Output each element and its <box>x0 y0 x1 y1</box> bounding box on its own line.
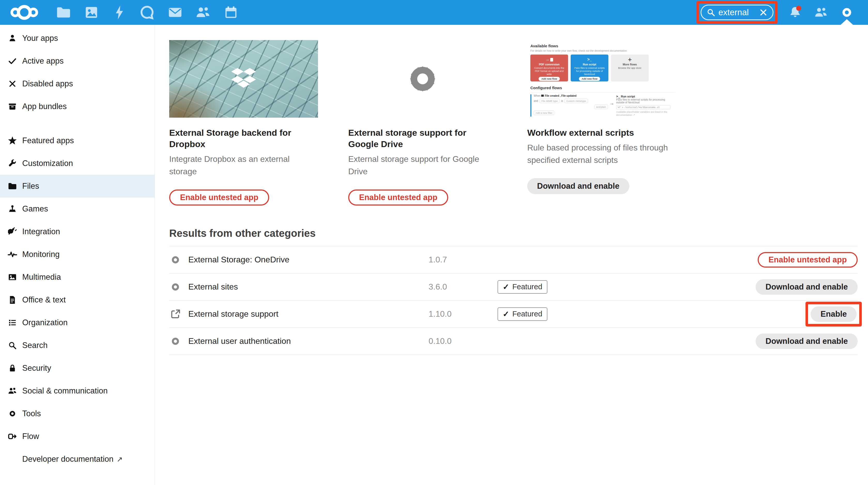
app-search-results: External Storage backend for Dropbox Int… <box>156 25 868 485</box>
mail-app-icon[interactable] <box>166 4 184 21</box>
enable-untested-app-button[interactable]: Enable untested app <box>169 190 269 205</box>
table-row-external-storage-support[interactable]: External storage support 1.10.0 ✓ Featur… <box>169 301 858 328</box>
sidebar-item-integration[interactable]: Integration <box>0 220 154 243</box>
talk-app-icon[interactable] <box>138 4 156 21</box>
sidebar-item-games[interactable]: Games <box>0 198 154 220</box>
results-section-title: Results from other categories <box>169 228 858 239</box>
photos-app-icon[interactable] <box>83 4 100 21</box>
table-row-external-sites[interactable]: External sites 3.6.0 ✓ Featured Download… <box>169 274 858 301</box>
terminal-icon: >_ <box>616 94 620 98</box>
app-name: External user authentication <box>188 336 429 346</box>
notifications-bell-icon[interactable] <box>787 4 803 21</box>
gear-icon <box>170 254 181 265</box>
lock-icon <box>8 364 17 373</box>
contacts-menu-icon[interactable] <box>813 4 829 21</box>
sidebar-item-monitoring[interactable]: Monitoring <box>0 243 154 266</box>
app-name: External storage support <box>188 309 429 319</box>
app-card-description: External storage support for Google Driv… <box>348 153 497 178</box>
app-version: 0.10.0 <box>429 336 498 346</box>
sidebar-item-tools[interactable]: Tools <box>0 402 154 425</box>
app-card-title[interactable]: External storage support for Google Driv… <box>348 127 497 150</box>
dropbox-logo-icon <box>231 68 256 90</box>
app-card-description: Integrate Dropbox as an external storage <box>169 153 318 178</box>
people-icon <box>8 386 17 396</box>
app-card-workflow-scripts: Available flows For details on how to wr… <box>527 40 676 205</box>
app-card-dropbox: External Storage backend for Dropbox Int… <box>169 40 318 205</box>
sidebar-item-disabled-apps[interactable]: Disabled apps <box>0 73 154 95</box>
featured-badge: ✓ Featured <box>498 280 548 294</box>
settings-gear-icon[interactable] <box>839 4 855 21</box>
archive-icon <box>8 102 17 111</box>
pulse-icon <box>8 250 17 259</box>
notification-dot <box>796 6 801 11</box>
unified-search-input[interactable]: external <box>701 5 773 20</box>
plug-icon <box>8 227 17 236</box>
sidebar-item-featured-apps[interactable]: Featured apps <box>0 129 154 152</box>
sidebar-item-security[interactable]: Security <box>0 357 154 379</box>
check-icon: ✓ <box>503 282 509 291</box>
app-version: 3.6.0 <box>429 282 498 292</box>
mini-flow-card-pdf: → PDF conversion Convert documents into … <box>530 55 568 81</box>
app-name: External sites <box>188 282 429 292</box>
files-app-icon[interactable] <box>55 4 72 21</box>
search-icon <box>8 341 17 350</box>
joystick-icon <box>8 204 17 213</box>
annotation-search-box: external <box>696 1 778 24</box>
document-icon <box>8 295 17 305</box>
app-cards: External Storage backend for Dropbox Int… <box>169 40 858 205</box>
close-icon <box>8 79 17 88</box>
list-icon <box>8 318 17 327</box>
sidebar-item-social-communication[interactable]: Social & communication <box>0 379 154 402</box>
nextcloud-logo[interactable] <box>9 3 40 22</box>
external-storage-icon <box>170 308 181 320</box>
check-icon <box>8 56 17 66</box>
plus-icon: + <box>613 57 647 62</box>
featured-badge: ✓ Featured <box>498 307 548 321</box>
sidebar-item-customization[interactable]: Customization <box>0 152 154 175</box>
wrench-icon <box>8 159 17 168</box>
external-link-icon: ↗ <box>117 455 122 463</box>
annotation-enable-button: Enable <box>805 302 862 326</box>
sidebar-item-app-bundles[interactable]: App bundles <box>0 95 154 118</box>
sidebar-item-your-apps[interactable]: Your apps <box>0 27 154 50</box>
app-version: 1.10.0 <box>429 309 498 319</box>
app-card-description: Rule based processing of files through s… <box>527 141 676 166</box>
sidebar-item-office-text[interactable]: Office & text <box>0 288 154 311</box>
default-app-gear-icon <box>348 40 497 118</box>
app-card-title[interactable]: External Storage backend for Dropbox <box>169 127 318 150</box>
gear-icon <box>170 336 181 347</box>
enable-button[interactable]: Enable <box>811 306 857 322</box>
activity-app-icon[interactable] <box>111 4 128 21</box>
contacts-app-icon[interactable] <box>194 4 212 21</box>
download-and-enable-button[interactable]: Download and enable <box>755 279 858 295</box>
app-name: External Storage: OneDrive <box>188 255 429 264</box>
app-card-title[interactable]: Workflow external scripts <box>527 127 676 138</box>
sidebar-item-search[interactable]: Search <box>0 334 154 357</box>
folder-icon <box>8 181 17 191</box>
sidebar-item-organization[interactable]: Organization <box>0 311 154 334</box>
download-and-enable-button[interactable]: Download and enable <box>755 334 858 349</box>
table-row-external-storage-onedrive[interactable]: External Storage: OneDrive 1.0.7 Enable … <box>169 246 858 274</box>
download-and-enable-button[interactable]: Download and enable <box>527 178 629 194</box>
sidebar-item-active-apps[interactable]: Active apps <box>0 50 154 73</box>
pdf-arrow-icon: → <box>532 57 566 62</box>
calendar-app-icon[interactable] <box>222 4 240 21</box>
table-row-external-user-authentication[interactable]: External user authentication 0.10.0 Down… <box>169 328 858 355</box>
mini-flow-card-script: >_ Run script Pass files to external scr… <box>571 55 609 81</box>
star-icon <box>8 136 17 145</box>
flow-icon <box>8 432 17 441</box>
sidebar-divider-gap <box>0 118 154 129</box>
enable-untested-app-button[interactable]: Enable untested app <box>348 190 448 205</box>
sidebar-item-files[interactable]: Files <box>0 175 154 198</box>
developer-documentation-link[interactable]: Developer documentation ↗ <box>0 451 154 467</box>
sidebar-item-flow[interactable]: Flow <box>0 425 154 448</box>
enable-untested-app-button[interactable]: Enable untested app <box>758 252 858 267</box>
sidebar-item-multimedia[interactable]: Multimedia <box>0 266 154 288</box>
clear-search-icon[interactable] <box>759 8 768 17</box>
gear-icon <box>8 409 17 418</box>
apps-category-sidebar: Your apps Active apps Disabled apps App … <box>0 25 155 485</box>
app-version: 1.0.7 <box>429 255 498 264</box>
search-query-text[interactable]: external <box>718 7 749 17</box>
app-card-google-drive: External storage support for Google Driv… <box>348 40 497 205</box>
top-bar: external <box>0 0 868 25</box>
